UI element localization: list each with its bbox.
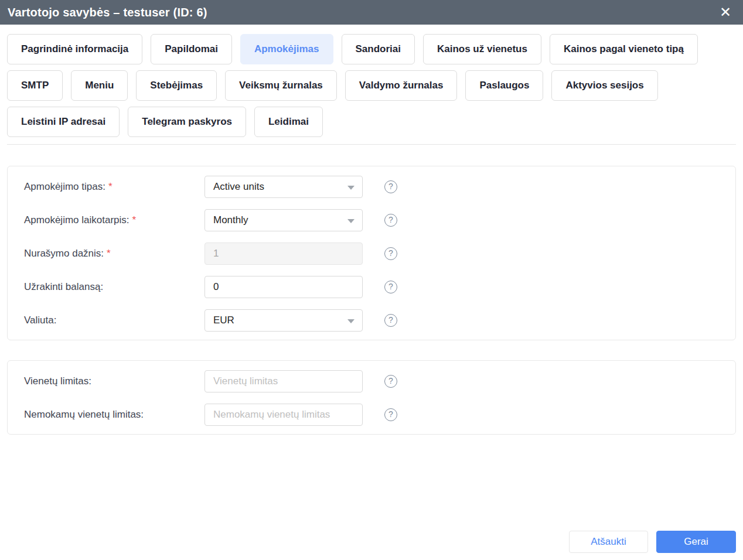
- help-icon[interactable]: ?: [384, 281, 397, 293]
- tab-paslaugos[interactable]: Paslaugos: [465, 70, 543, 101]
- tab-kainos-pagal-vieneto-tipa[interactable]: Kainos pagal vieneto tipą: [550, 34, 698, 64]
- field-label: Apmokėjimo laikotarpis:: [24, 214, 129, 226]
- required-marker: *: [108, 181, 113, 192]
- help-icon[interactable]: ?: [384, 375, 397, 388]
- tab-valdymo-zurnalas[interactable]: Valdymo žurnalas: [345, 70, 458, 101]
- field-label: Apmokėjimo tipas:: [24, 181, 105, 192]
- field-valiuta: Valiuta: EUR ?: [17, 309, 726, 332]
- currency-select[interactable]: EUR: [205, 309, 363, 332]
- lock-balance-input[interactable]: [205, 276, 363, 298]
- field-apmokejimo-tipas: Apmokėjimo tipas:* Active units ?: [17, 176, 726, 198]
- tab-pagrindine-informacija[interactable]: Pagrindinė informacija: [7, 34, 142, 64]
- field-apmokejimo-laikotarpis: Apmokėjimo laikotarpis:* Monthly ?: [17, 209, 726, 231]
- modal-title: Vartotojo savybės – testuser (ID: 6): [8, 6, 207, 19]
- help-icon[interactable]: ?: [384, 180, 397, 193]
- payment-type-select[interactable]: Active units: [205, 176, 363, 198]
- cancel-button[interactable]: Atšaukti: [569, 531, 648, 553]
- modal-header: Vartotojo savybės – testuser (ID: 6) ✕: [0, 0, 743, 25]
- writeoff-frequency-input: [205, 243, 363, 265]
- tab-smtp[interactable]: SMTP: [7, 70, 63, 101]
- tab-kainos-uz-vienetus[interactable]: Kainos už vienetus: [423, 34, 541, 64]
- tab-sandoriai[interactable]: Sandoriai: [342, 34, 415, 64]
- field-label: Valiuta:: [24, 315, 56, 326]
- tab-apmokejimas[interactable]: Apmokėjimas: [240, 34, 333, 64]
- tab-veiksmu-zurnalas[interactable]: Veiksmų žurnalas: [225, 70, 337, 101]
- close-icon[interactable]: ✕: [717, 4, 734, 21]
- unit-limits-panel: Vienetų limitas: ? Nemokamų vienetų limi…: [7, 360, 736, 435]
- payment-settings-panel: Apmokėjimo tipas:* Active units ? Apmokė…: [7, 166, 736, 340]
- help-icon[interactable]: ?: [384, 247, 397, 260]
- tab-papildomai[interactable]: Papildomai: [151, 34, 232, 64]
- required-marker: *: [132, 214, 137, 226]
- tab-aktyvios-sesijos[interactable]: Aktyvios sesijos: [551, 70, 657, 101]
- tab-telegram-paskyros[interactable]: Telegram paskyros: [128, 107, 246, 137]
- field-uzrakinti-balansa: Užrakinti balansą: ?: [17, 276, 726, 298]
- field-nemokamu-vienetu-limitas: Nemokamų vienetų limitas: ?: [17, 404, 726, 426]
- field-vienetu-limitas: Vienetų limitas: ?: [17, 370, 726, 392]
- help-icon[interactable]: ?: [384, 214, 397, 227]
- payment-period-select[interactable]: Monthly: [205, 209, 363, 231]
- required-marker: *: [107, 248, 111, 259]
- field-label: Nemokamų vienetų limitas:: [24, 409, 144, 420]
- tabs-divider: [7, 144, 736, 145]
- field-label: Vienetų limitas:: [24, 375, 91, 387]
- field-label: Užrakinti balansą:: [24, 281, 103, 292]
- free-units-limit-input[interactable]: [205, 404, 363, 426]
- tab-meniu[interactable]: Meniu: [71, 70, 128, 101]
- help-icon[interactable]: ?: [384, 314, 397, 327]
- tab-bar: Pagrindinė informacija Papildomai Apmokė…: [0, 25, 743, 137]
- tab-leistini-ip-adresai[interactable]: Leistini IP adresai: [7, 107, 120, 137]
- tab-leidimai[interactable]: Leidimai: [254, 107, 323, 137]
- units-limit-input[interactable]: [205, 370, 363, 392]
- tab-stebejimas[interactable]: Stebėjimas: [136, 70, 217, 101]
- field-label: Nurašymo dažnis:: [24, 248, 104, 259]
- help-icon[interactable]: ?: [384, 408, 397, 421]
- field-nurasymo-daznis: Nurašymo dažnis:* ?: [17, 243, 726, 265]
- ok-button[interactable]: Gerai: [656, 531, 736, 553]
- dialog-footer: Atšaukti Gerai: [569, 531, 736, 553]
